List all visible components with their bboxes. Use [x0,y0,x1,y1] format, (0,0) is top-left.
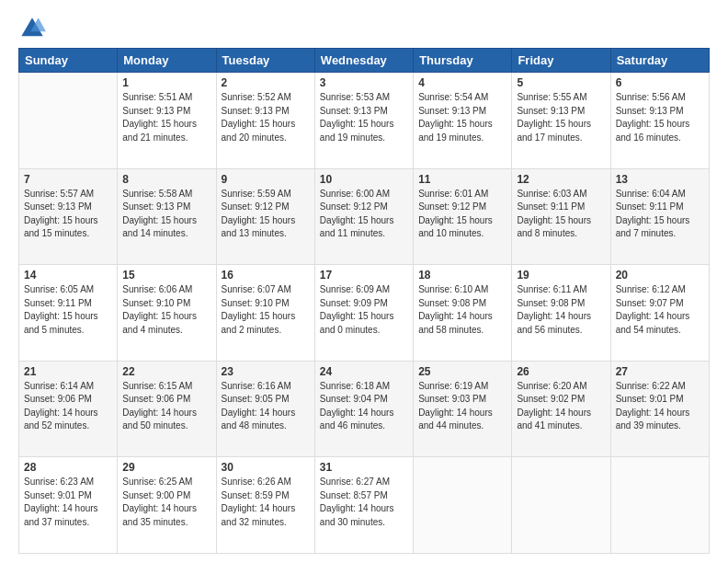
day-info: Sunrise: 6:05 AMSunset: 9:11 PMDaylight:… [24,283,112,337]
calendar-cell: 3Sunrise: 5:53 AMSunset: 9:13 PMDaylight… [314,73,413,169]
calendar-cell: 15Sunrise: 6:06 AMSunset: 9:10 PMDayligh… [118,265,216,362]
day-number: 13 [616,173,704,186]
logo-icon [18,15,46,42]
day-number: 7 [24,173,112,186]
weekday-header-wednesday: Wednesday [314,49,413,73]
calendar-cell: 27Sunrise: 6:22 AMSunset: 9:01 PMDayligh… [610,361,709,457]
day-info: Sunrise: 6:04 AMSunset: 9:11 PMDaylight:… [616,188,704,241]
day-number: 9 [222,173,310,186]
day-info: Sunrise: 5:57 AMSunset: 9:13 PMDaylight:… [24,188,112,241]
calendar-cell: 11Sunrise: 6:01 AMSunset: 9:12 PMDayligh… [414,168,512,265]
week-row-1: 7Sunrise: 5:57 AMSunset: 9:13 PMDaylight… [19,168,710,265]
day-info: Sunrise: 6:23 AMSunset: 9:01 PMDaylight:… [24,476,112,529]
day-info: Sunrise: 6:06 AMSunset: 9:10 PMDaylight:… [122,283,210,337]
calendar-cell: 10Sunrise: 6:00 AMSunset: 9:12 PMDayligh… [314,168,413,265]
calendar-cell [610,457,709,554]
calendar-cell [414,457,512,554]
calendar-cell: 16Sunrise: 6:07 AMSunset: 9:10 PMDayligh… [216,265,314,362]
weekday-header-monday: Monday [118,49,216,73]
calendar-cell: 30Sunrise: 6:26 AMSunset: 8:59 PMDayligh… [216,457,314,554]
day-info: Sunrise: 6:07 AMSunset: 9:10 PMDaylight:… [222,283,310,337]
day-info: Sunrise: 5:53 AMSunset: 9:13 PMDaylight:… [320,91,408,144]
header [18,15,710,42]
day-number: 20 [616,269,704,282]
calendar-cell: 14Sunrise: 6:05 AMSunset: 9:11 PMDayligh… [19,265,118,362]
day-info: Sunrise: 5:59 AMSunset: 9:12 PMDaylight:… [222,188,310,241]
calendar-cell: 9Sunrise: 5:59 AMSunset: 9:12 PMDaylight… [216,168,314,265]
day-info: Sunrise: 6:12 AMSunset: 9:07 PMDaylight:… [616,283,704,337]
day-info: Sunrise: 5:52 AMSunset: 9:13 PMDaylight:… [222,91,310,144]
calendar-cell: 4Sunrise: 5:54 AMSunset: 9:13 PMDaylight… [414,73,512,169]
day-number: 10 [320,173,408,186]
day-info: Sunrise: 6:03 AMSunset: 9:11 PMDaylight:… [517,188,605,241]
day-number: 6 [616,76,704,89]
calendar-cell: 25Sunrise: 6:19 AMSunset: 9:03 PMDayligh… [414,361,512,457]
week-row-3: 21Sunrise: 6:14 AMSunset: 9:06 PMDayligh… [19,361,710,457]
calendar-cell: 24Sunrise: 6:18 AMSunset: 9:04 PMDayligh… [314,361,413,457]
day-info: Sunrise: 6:00 AMSunset: 9:12 PMDaylight:… [320,188,408,241]
calendar-cell: 7Sunrise: 5:57 AMSunset: 9:13 PMDaylight… [19,168,118,265]
calendar-cell: 29Sunrise: 6:25 AMSunset: 9:00 PMDayligh… [118,457,216,554]
week-row-4: 28Sunrise: 6:23 AMSunset: 9:01 PMDayligh… [19,457,710,554]
calendar-cell: 12Sunrise: 6:03 AMSunset: 9:11 PMDayligh… [512,168,610,265]
day-info: Sunrise: 6:10 AMSunset: 9:08 PMDaylight:… [418,283,506,337]
day-number: 16 [222,269,310,282]
calendar-cell: 5Sunrise: 5:55 AMSunset: 9:13 PMDaylight… [512,73,610,169]
day-info: Sunrise: 5:54 AMSunset: 9:13 PMDaylight:… [418,91,506,144]
day-number: 31 [320,461,408,474]
logo [18,15,50,42]
day-number: 4 [418,76,506,89]
day-number: 3 [320,76,408,89]
day-number: 30 [222,461,310,474]
day-number: 26 [517,365,605,378]
day-info: Sunrise: 6:01 AMSunset: 9:12 PMDaylight:… [418,188,506,241]
weekday-header-row: SundayMondayTuesdayWednesdayThursdayFrid… [19,49,710,73]
day-info: Sunrise: 6:25 AMSunset: 9:00 PMDaylight:… [122,476,210,529]
day-info: Sunrise: 6:27 AMSunset: 8:57 PMDaylight:… [320,476,408,529]
day-info: Sunrise: 6:20 AMSunset: 9:02 PMDaylight:… [517,380,605,433]
day-info: Sunrise: 5:51 AMSunset: 9:13 PMDaylight:… [122,91,210,144]
day-number: 2 [222,76,310,89]
calendar-cell: 21Sunrise: 6:14 AMSunset: 9:06 PMDayligh… [19,361,118,457]
calendar-cell: 2Sunrise: 5:52 AMSunset: 9:13 PMDaylight… [216,73,314,169]
calendar-cell: 20Sunrise: 6:12 AMSunset: 9:07 PMDayligh… [610,265,709,362]
calendar-cell: 17Sunrise: 6:09 AMSunset: 9:09 PMDayligh… [314,265,413,362]
weekday-header-sunday: Sunday [19,49,118,73]
day-info: Sunrise: 6:26 AMSunset: 8:59 PMDaylight:… [222,476,310,529]
calendar-cell [19,73,118,169]
week-row-0: 1Sunrise: 5:51 AMSunset: 9:13 PMDaylight… [19,73,710,169]
day-number: 27 [616,365,704,378]
day-number: 24 [320,365,408,378]
day-number: 28 [24,461,112,474]
day-number: 5 [517,76,605,89]
calendar-cell: 28Sunrise: 6:23 AMSunset: 9:01 PMDayligh… [19,457,118,554]
day-number: 21 [24,365,112,378]
calendar-cell [512,457,610,554]
calendar-cell: 31Sunrise: 6:27 AMSunset: 8:57 PMDayligh… [314,457,413,554]
calendar-cell: 6Sunrise: 5:56 AMSunset: 9:13 PMDaylight… [610,73,709,169]
calendar-cell: 22Sunrise: 6:15 AMSunset: 9:06 PMDayligh… [118,361,216,457]
day-info: Sunrise: 6:18 AMSunset: 9:04 PMDaylight:… [320,380,408,433]
calendar-cell: 19Sunrise: 6:11 AMSunset: 9:08 PMDayligh… [512,265,610,362]
day-info: Sunrise: 6:09 AMSunset: 9:09 PMDaylight:… [320,283,408,337]
weekday-header-thursday: Thursday [414,49,512,73]
day-number: 18 [418,269,506,282]
day-info: Sunrise: 6:14 AMSunset: 9:06 PMDaylight:… [24,380,112,433]
day-info: Sunrise: 5:56 AMSunset: 9:13 PMDaylight:… [616,91,704,144]
calendar-cell: 26Sunrise: 6:20 AMSunset: 9:02 PMDayligh… [512,361,610,457]
day-number: 8 [122,173,210,186]
day-info: Sunrise: 6:15 AMSunset: 9:06 PMDaylight:… [122,380,210,433]
day-number: 11 [418,173,506,186]
day-number: 1 [122,76,210,89]
weekday-header-saturday: Saturday [610,49,709,73]
day-number: 12 [517,173,605,186]
weekday-header-friday: Friday [512,49,610,73]
day-number: 22 [122,365,210,378]
day-info: Sunrise: 6:11 AMSunset: 9:08 PMDaylight:… [517,283,605,337]
calendar-cell: 1Sunrise: 5:51 AMSunset: 9:13 PMDaylight… [118,73,216,169]
week-row-2: 14Sunrise: 6:05 AMSunset: 9:11 PMDayligh… [19,265,710,362]
page: SundayMondayTuesdayWednesdayThursdayFrid… [0,0,728,563]
day-info: Sunrise: 6:22 AMSunset: 9:01 PMDaylight:… [616,380,704,433]
calendar-table: SundayMondayTuesdayWednesdayThursdayFrid… [18,48,710,554]
day-number: 29 [122,461,210,474]
